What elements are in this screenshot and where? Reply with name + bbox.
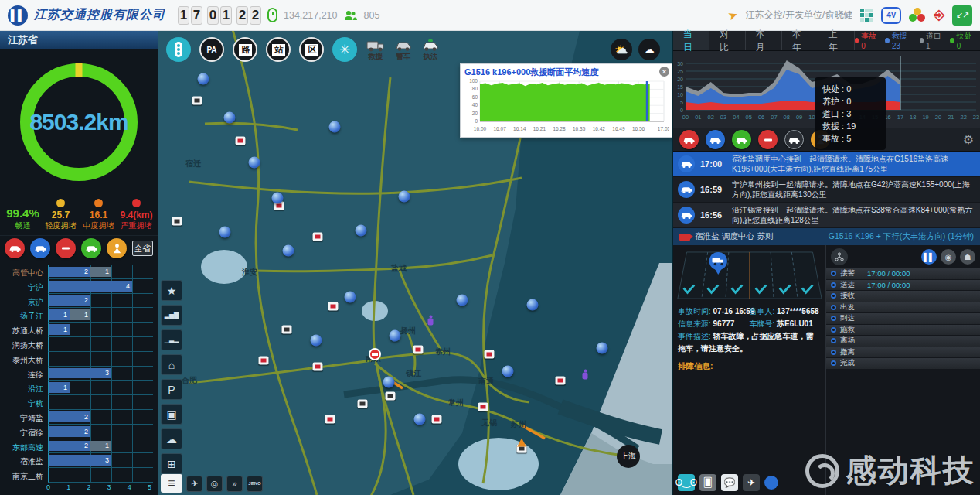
locate-tool-icon[interactable]: ◎: [206, 476, 223, 492]
tab-本月[interactable]: 本月: [746, 31, 782, 50]
poi-marker[interactable]: [432, 415, 442, 424]
event-marker[interactable]: [224, 112, 236, 124]
construction-filter-icon[interactable]: [107, 238, 127, 258]
tab-本年[interactable]: 本年: [782, 31, 818, 50]
poi-marker[interactable]: [325, 415, 335, 424]
legend-item[interactable]: 道口 1: [920, 31, 944, 50]
event-row[interactable]: 16:59宁沪常州接到一起清障请求。清障地点在G42沪蓉高速K155+000(上…: [673, 177, 980, 203]
poi-marker[interactable]: [192, 97, 202, 105]
event-marker[interactable]: [345, 292, 356, 303]
poi-marker[interactable]: [556, 377, 566, 385]
camera-tool[interactable]: PA: [199, 37, 224, 62]
jeno-logo-icon[interactable]: JENO: [247, 476, 263, 492]
event-marker[interactable]: [414, 414, 426, 425]
smooth-filter-icon[interactable]: [81, 238, 101, 258]
cloud-tool-icon[interactable]: ☁: [161, 428, 182, 449]
robot-chat-icon[interactable]: ʘ‿ʘ: [678, 474, 695, 491]
poi-marker[interactable]: [282, 326, 292, 334]
timeline-step[interactable]: 送达17:00 / 00:00: [826, 280, 980, 292]
event-marker[interactable]: [457, 295, 468, 306]
smooth-filter-icon[interactable]: [732, 130, 751, 149]
menu-icon[interactable]: ≡: [161, 474, 182, 493]
event-marker[interactable]: [399, 191, 410, 203]
tab-对比[interactable]: 对比: [709, 31, 746, 50]
event-marker[interactable]: [249, 157, 260, 169]
congestion-filter-icon[interactable]: [784, 130, 804, 149]
camera-label[interactable]: 宿淮盐-调度中心-苏则: [695, 231, 774, 242]
rescue-filter-icon[interactable]: [30, 238, 50, 258]
settings-tool[interactable]: ✳: [332, 37, 357, 62]
dome-camera-icon[interactable]: ◉: [941, 249, 956, 265]
logout-icon[interactable]: ⎆: [934, 8, 944, 23]
star-tool-icon[interactable]: ★: [161, 280, 182, 301]
grid-add-tool-icon[interactable]: ⊞: [161, 453, 182, 474]
poi-marker[interactable]: [172, 217, 182, 226]
accident-filter-icon[interactable]: [679, 130, 699, 149]
poi-marker[interactable]: [485, 350, 495, 359]
province-title[interactable]: 江苏省: [0, 31, 158, 50]
message-icon[interactable]: ➤: [726, 7, 740, 23]
road-label[interactable]: G1516 K196 + 下行(大丰港方向) (1分钟): [829, 231, 974, 242]
timeline-step[interactable]: 施救: [826, 325, 980, 336]
company-badge-icon[interactable]: ▌▌: [921, 249, 937, 265]
road-closed-icon[interactable]: [369, 348, 381, 360]
legend-item[interactable]: 事故 0: [855, 31, 879, 50]
legend-item[interactable]: 救援 23: [885, 31, 912, 50]
poi-marker[interactable]: [259, 357, 269, 365]
timeline-step[interactable]: 到达: [826, 313, 980, 325]
timeline-step[interactable]: 完成: [826, 358, 980, 370]
pedestrian-icon[interactable]: [582, 370, 589, 380]
pedestrian-icon[interactable]: [427, 316, 434, 326]
gear-icon[interactable]: ⚙: [963, 132, 974, 147]
poi-marker[interactable]: [236, 137, 246, 145]
notify-icon[interactable]: [764, 476, 778, 490]
timeline-step[interactable]: 离场: [826, 336, 980, 347]
legend-item[interactable]: 快处 0: [950, 31, 974, 50]
event-row[interactable]: 16:56沿江锡常接到一起清障请求。清障地点在S38常合高速K84+000(常熟…: [673, 203, 980, 228]
send-icon[interactable]: ✈: [743, 474, 760, 491]
speed-popup[interactable]: G1516 k196+000救援断面平均速度 ✕ 02040608010016:…: [460, 63, 672, 138]
poi-marker[interactable]: [313, 363, 323, 371]
event-marker[interactable]: [219, 227, 231, 238]
poi-marker[interactable]: [328, 302, 339, 311]
weather-icon[interactable]: ⛅: [611, 39, 632, 60]
poi-marker[interactable]: [386, 392, 396, 401]
apps-grid-icon[interactable]: [860, 9, 873, 22]
poi-marker[interactable]: [358, 400, 368, 408]
traffic-light-tool[interactable]: [166, 37, 191, 62]
event-marker[interactable]: [356, 225, 367, 237]
event-marker[interactable]: [527, 299, 539, 311]
rescue-filter-icon[interactable]: [706, 130, 725, 149]
plane-tool-icon[interactable]: ✈: [186, 476, 202, 492]
close-icon[interactable]: ✕: [659, 67, 669, 77]
shanghai-badge[interactable]: 上海: [617, 445, 640, 468]
event-marker[interactable]: [390, 330, 401, 342]
event-marker[interactable]: [502, 366, 514, 377]
enforcement-vehicle-tool[interactable]: 执法: [421, 39, 440, 60]
event-marker[interactable]: [597, 343, 608, 354]
barchart-tool-icon[interactable]: ▂▅▇: [161, 305, 182, 326]
timeline-step[interactable]: 接收: [826, 291, 980, 302]
tab-上年[interactable]: 上年: [818, 31, 855, 50]
zone-sign-tool[interactable]: 区: [299, 37, 324, 62]
station-sign-tool[interactable]: 站: [266, 37, 291, 62]
closure-filter-icon[interactable]: [56, 238, 76, 258]
poi-marker[interactable]: [313, 233, 323, 241]
layers-tool-icon[interactable]: ▣: [161, 404, 182, 425]
org-chart-icon[interactable]: [831, 248, 848, 265]
closure-filter-icon[interactable]: [758, 130, 778, 149]
event-row[interactable]: 17:00宿淮盐调度中心接到一起清障请求。清障地点在G1516盐洛高速K196+…: [673, 152, 980, 177]
province-map[interactable]: 宿迁淮安盐城扬州泰州南京镇江南通常州无锡苏州合肥 PA 路 站 区 ✳ 救援 警…: [158, 31, 672, 495]
4v-badge-icon[interactable]: 4V: [881, 7, 901, 24]
timeline-step[interactable]: 接警17:00 / 00:00: [826, 268, 980, 280]
fullscreen-icon[interactable]: ↙↗: [952, 5, 972, 26]
timeline-step[interactable]: 撤离: [826, 347, 980, 359]
guard-icon[interactable]: ☗: [960, 249, 975, 265]
timeline-step[interactable]: 出发: [826, 302, 980, 314]
poi-marker[interactable]: [413, 346, 424, 354]
all-province-button[interactable]: 全省: [132, 241, 153, 256]
event-marker[interactable]: [383, 377, 395, 388]
rescue-vehicle-tool[interactable]: 救援: [366, 39, 386, 60]
voice-icon[interactable]: 🂠: [699, 474, 716, 491]
home-tool-icon[interactable]: ⌂: [161, 354, 182, 375]
